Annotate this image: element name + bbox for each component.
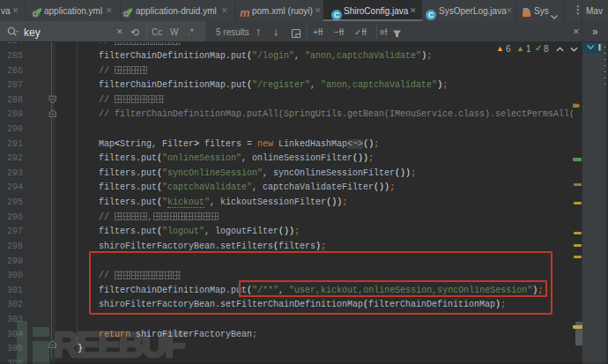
svg-text:REEBUF: REEBUF [54, 325, 185, 364]
